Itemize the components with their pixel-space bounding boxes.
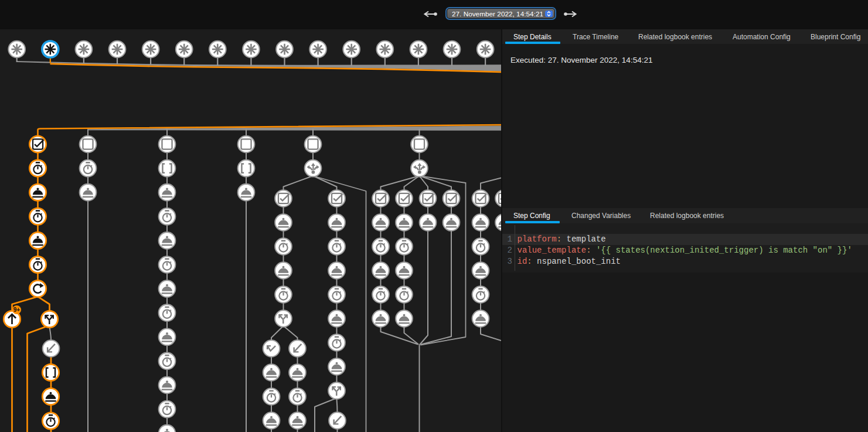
svg-text:9+: 9+ xyxy=(13,307,21,313)
